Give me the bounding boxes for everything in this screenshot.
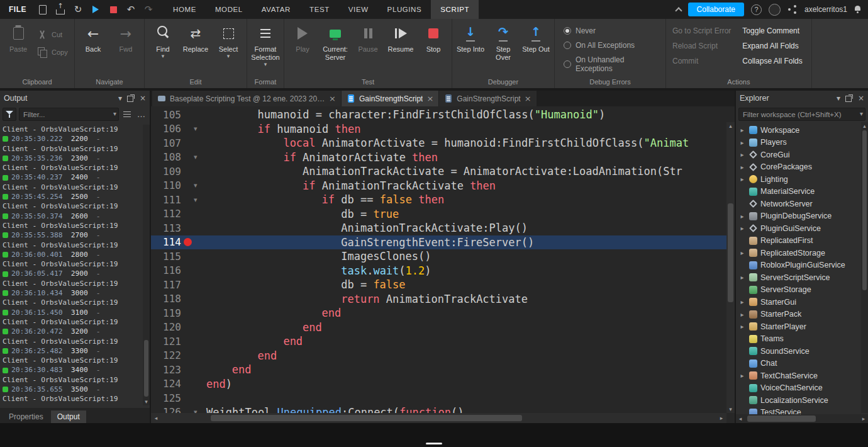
code-line[interactable]: 116task.wait(1.2) xyxy=(151,264,735,278)
log-line-source[interactable]: Client - OrbsValueScript:19 xyxy=(3,356,147,365)
close-tab-icon[interactable]: × xyxy=(329,94,336,103)
current-server-button[interactable]: Current: Server xyxy=(320,21,351,72)
explorer-item-networkserver[interactable]: NetworkServer xyxy=(736,198,868,210)
code-text[interactable]: if AnimationTrackActivate then xyxy=(206,179,496,193)
log-line-timestamp[interactable]: 20:35:50.3742600- xyxy=(3,212,147,221)
code-line[interactable]: 118return AnimationTrackActivate xyxy=(151,292,735,307)
editor-tab-baseplate-scripting-test-12-ene-2023-20-33[interactable]: Baseplate Scripting Test @ 12 ene. 2023 … xyxy=(152,91,341,106)
new-file-icon[interactable] xyxy=(35,1,50,18)
code-text[interactable]: local AnimatorActivate = humanoid:FindFi… xyxy=(206,136,689,150)
log-line-timestamp[interactable]: 20:36:30.4833400- xyxy=(3,365,147,375)
gutter[interactable]: 105 xyxy=(151,108,206,122)
code-text[interactable]: end xyxy=(206,334,303,349)
tab-home[interactable]: HOME xyxy=(164,0,206,19)
explorer-item-plugindebugservice[interactable]: ▸PluginDebugService xyxy=(736,210,868,223)
scroll-right-icon[interactable]: ▸ xyxy=(716,415,726,421)
quick-stop-icon[interactable] xyxy=(106,1,121,18)
editor-horizontal-scrollbar[interactable]: ◂ ▸ xyxy=(151,413,726,423)
code-text[interactable]: AnimationTrackActivate:Play() xyxy=(206,221,528,235)
log-line-source[interactable]: Client - OrbsValueScript:19 xyxy=(3,183,147,192)
expand-arrow-icon[interactable]: ▸ xyxy=(738,274,746,281)
code-line[interactable]: 106▾if humanoid then xyxy=(151,122,735,137)
log-line-timestamp[interactable]: 20:36:20.4723200- xyxy=(3,327,147,336)
code-text[interactable]: if db == false then xyxy=(206,193,444,207)
code-line[interactable]: 110▾if AnimationTrackActivate then xyxy=(151,179,735,193)
explorer-item-soundservice[interactable]: SoundService xyxy=(736,345,868,358)
redo-icon[interactable] xyxy=(141,1,156,18)
tab-script[interactable]: SCRIPT xyxy=(431,0,479,19)
explorer-item-textchatservice[interactable]: ▸TextChatService xyxy=(736,370,868,382)
username[interactable]: axelcerritos1 xyxy=(804,5,847,14)
share-icon[interactable] xyxy=(787,5,798,14)
expand-arrow-icon[interactable]: ▸ xyxy=(738,127,746,133)
gutter[interactable]: 108▾ xyxy=(151,150,206,165)
expand-arrow-icon[interactable]: ▸ xyxy=(738,139,746,146)
gutter[interactable]: 124 xyxy=(151,377,206,392)
code-line[interactable]: 120end xyxy=(151,320,735,335)
log-line-source[interactable]: Client - OrbsValueScript:19 xyxy=(3,298,147,307)
breakpoint-icon[interactable] xyxy=(181,238,194,246)
expand-arrow-icon[interactable]: ▸ xyxy=(738,213,746,220)
close-tab-icon[interactable]: × xyxy=(426,94,433,103)
commit-button[interactable]: Commit xyxy=(672,57,731,65)
fold-arrow-icon[interactable]: ▾ xyxy=(194,181,204,190)
code-text[interactable]: GainStrengthEvent:FireServer() xyxy=(206,235,534,250)
gutter[interactable]: 117 xyxy=(151,278,206,292)
explorer-item-pluginguiservice[interactable]: ▸PluginGuiService xyxy=(736,222,868,235)
code-line[interactable]: 121end xyxy=(151,334,735,349)
explorer-item-serverscriptservice[interactable]: ▸ServerScriptService xyxy=(736,271,868,284)
gutter[interactable]: 114 xyxy=(151,235,206,250)
chevron-down-icon[interactable]: ▾ xyxy=(860,110,863,117)
scrollbar-thumb[interactable] xyxy=(747,416,816,422)
quick-play-icon[interactable] xyxy=(88,1,103,18)
gutter[interactable]: 112 xyxy=(151,207,206,222)
back-button[interactable]: Back xyxy=(77,21,109,72)
explorer-item-players[interactable]: ▸Players xyxy=(736,137,868,149)
explorer-item-starterpack[interactable]: ▸StarterPack xyxy=(736,308,868,321)
explorer-horizontal-scrollbar[interactable]: ◂ ▸ xyxy=(736,414,868,423)
explorer-filter-input[interactable] xyxy=(738,108,865,121)
tab-model[interactable]: MODEL xyxy=(206,0,252,19)
log-line-source[interactable]: Client - OrbsValueScript:19 xyxy=(3,394,147,404)
log-line-timestamp[interactable]: 20:35:30.2222200- xyxy=(3,134,147,144)
cut-button[interactable]: Cut xyxy=(35,29,72,40)
log-line-timestamp[interactable]: 20:35:45.2542500- xyxy=(3,192,147,201)
log-line-source[interactable]: Client - OrbsValueScript:19 xyxy=(3,337,147,346)
gutter[interactable]: 125 xyxy=(151,391,206,405)
avatar[interactable] xyxy=(769,4,781,16)
code-line[interactable]: 114GainStrengthEvent:FireServer() xyxy=(151,235,735,250)
code-text[interactable]: if AnimatorActivate then xyxy=(206,150,438,165)
notifications-icon[interactable] xyxy=(854,5,862,14)
code-line[interactable]: 119end xyxy=(151,306,735,320)
log-line-source[interactable]: Client - OrbsValueScript:19 xyxy=(3,201,147,211)
go-to-script-error-button[interactable]: Go to Script Error xyxy=(672,26,731,35)
expand-arrow-icon[interactable]: ▸ xyxy=(738,176,746,183)
fwd-button[interactable]: Fwd xyxy=(110,21,142,72)
output-scrollbar[interactable]: ▾ xyxy=(143,125,150,405)
code-line[interactable]: 107local AnimatorActivate = humanoid:Fin… xyxy=(151,136,735,150)
code-text[interactable]: end xyxy=(206,306,341,320)
find-button[interactable]: Find▾ xyxy=(147,21,179,72)
on-unhandled-exceptions-radio[interactable]: On Unhandled Exceptions xyxy=(564,55,657,73)
gutter[interactable]: 107 xyxy=(151,136,206,150)
resume-button[interactable]: Resume xyxy=(385,21,416,72)
expand-arrow-icon[interactable]: ▸ xyxy=(738,151,746,158)
scrollbar-track[interactable] xyxy=(161,413,716,423)
pop-out-icon[interactable] xyxy=(127,94,135,102)
copy-button[interactable]: Copy xyxy=(35,47,72,58)
code-text[interactable]: return AnimationTrackActivate xyxy=(206,292,528,307)
format-selection-button[interactable]: Format Selection▾ xyxy=(250,21,281,72)
step-over-button[interactable]: Step Over xyxy=(487,21,519,72)
explorer-item-testservice[interactable]: TestService xyxy=(736,407,868,415)
code-line[interactable]: 111▾if db == false then xyxy=(151,193,735,207)
log-line-source[interactable]: Client - OrbsValueScript:19 xyxy=(3,144,147,154)
scrollbar-thumb[interactable] xyxy=(862,130,867,290)
gutter[interactable]: 110▾ xyxy=(151,179,206,193)
scroll-right-icon[interactable]: ▸ xyxy=(859,416,868,422)
scroll-left-icon[interactable]: ◂ xyxy=(736,416,745,422)
taskbar-hint[interactable] xyxy=(426,443,442,444)
expand-all-folds-button[interactable]: Expand All Folds xyxy=(742,42,802,50)
editor-tab-gainstrengthscript[interactable]: GainStrengthScript× xyxy=(342,91,438,106)
explorer-item-materialservice[interactable]: MaterialService xyxy=(736,186,868,198)
scrollbar-thumb[interactable] xyxy=(211,415,521,421)
